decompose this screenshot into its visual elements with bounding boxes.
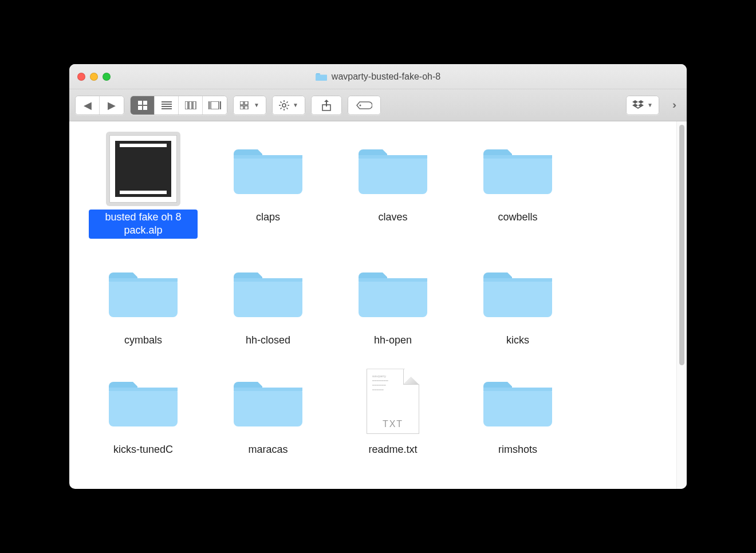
svg-rect-34 [483,155,552,159]
list-view-button[interactable] [155,96,179,114]
file-icon [481,364,555,439]
file-icon [481,132,555,206]
file-icon: wavparty━━━━━━━━━━━━━━━━━━ TXT [356,364,430,439]
svg-rect-2 [138,106,142,110]
share-group [311,96,342,115]
minimize-window-button[interactable] [90,73,98,81]
file-item[interactable]: maracas [208,364,328,457]
file-item[interactable]: hh-open [333,255,453,348]
svg-rect-13 [220,101,221,109]
svg-rect-12 [211,101,219,109]
svg-rect-7 [162,108,172,109]
svg-rect-17 [245,106,248,109]
titlebar: wavparty-busted-fake-oh-8 [69,64,687,89]
file-icon [106,255,180,329]
close-window-button[interactable] [77,73,85,81]
svg-rect-4 [162,101,172,102]
arrange-group: ▼ [233,96,266,115]
arrange-button[interactable]: ▼ [234,96,266,114]
file-item[interactable]: busted fake oh 8 pack.alp [83,132,203,239]
svg-rect-15 [245,101,248,105]
content-area: busted fake oh 8 pack.alp claps claves c… [69,121,687,489]
dropbox-icon [632,100,644,110]
svg-rect-16 [240,106,243,109]
action-group: ▼ [272,96,305,115]
file-label: claps [253,210,284,225]
folder-icon [316,72,327,81]
svg-rect-5 [162,104,172,105]
svg-rect-37 [234,278,302,317]
chevron-double-right-icon: ›› [672,99,674,111]
svg-line-26 [286,101,288,102]
file-icon [356,255,430,329]
svg-rect-6 [162,106,172,107]
share-button[interactable] [312,96,341,114]
window-title-text: wavparty-busted-fake-oh-8 [332,72,440,82]
svg-rect-36 [109,278,178,282]
svg-line-25 [281,108,282,109]
svg-rect-43 [109,388,178,426]
file-item[interactable]: claves [333,132,453,239]
svg-rect-44 [109,388,178,391]
file-icon [231,132,305,206]
vertical-scrollbar[interactable] [676,121,687,489]
file-icon [481,255,555,329]
dropbox-button[interactable]: ▼ [627,96,659,114]
file-item[interactable]: claps [208,132,328,239]
file-label: kicks-tunedC [110,442,176,457]
svg-rect-42 [483,278,552,282]
svg-line-24 [286,108,288,109]
svg-rect-48 [483,388,552,391]
svg-rect-10 [193,101,196,109]
column-view-button[interactable] [179,96,203,114]
finder-window: wavparty-busted-fake-oh-8 ◀ ▶ ▼ [69,64,687,489]
scrollbar-thumb[interactable] [679,125,684,365]
svg-rect-39 [359,278,427,317]
file-label: cowbells [494,210,541,225]
file-label: readme.txt [365,442,420,457]
window-controls [69,73,111,81]
toolbar: ◀ ▶ ▼ ▼ [69,89,687,121]
file-item[interactable]: hh-closed [208,255,328,348]
toolbar-overflow-button[interactable]: ›› [665,99,681,111]
file-label: rimshots [495,442,541,457]
file-item[interactable]: cymbals [83,255,203,348]
tag-group [348,96,381,115]
file-grid-scroll[interactable]: busted fake oh 8 pack.alp claps claves c… [69,121,676,489]
file-label: busted fake oh 8 pack.alp [89,210,198,239]
nav-buttons: ◀ ▶ [75,96,124,115]
chevron-down-icon: ▼ [293,102,298,108]
gallery-view-button[interactable] [203,96,227,114]
file-label: claves [375,210,411,225]
svg-rect-45 [234,388,302,426]
svg-rect-3 [143,106,147,110]
back-button[interactable]: ◀ [76,96,100,114]
svg-rect-31 [359,155,427,194]
tag-icon [356,101,372,110]
svg-rect-29 [234,155,302,194]
action-button[interactable]: ▼ [273,96,305,114]
gear-icon [279,100,289,110]
tag-button[interactable] [348,96,380,114]
svg-point-28 [360,104,361,106]
file-item[interactable]: cowbells [458,132,578,239]
zoom-window-button[interactable] [103,73,111,81]
svg-rect-33 [483,155,552,194]
forward-button[interactable]: ▶ [100,96,124,114]
svg-rect-46 [234,388,302,391]
file-icon [231,255,305,329]
svg-point-18 [282,104,286,107]
chevron-down-icon: ▼ [254,102,259,108]
file-item[interactable]: rimshots [458,364,578,457]
svg-line-23 [281,101,282,102]
svg-rect-41 [483,278,552,317]
view-mode-buttons [130,96,227,115]
file-item[interactable]: wavparty━━━━━━━━━━━━━━━━━━ TXT readme.tx… [333,364,453,457]
icon-view-button[interactable] [131,96,155,114]
svg-rect-40 [359,278,427,282]
file-item[interactable]: kicks-tunedC [83,364,203,457]
file-item[interactable]: kicks [458,255,578,348]
share-icon [322,100,331,111]
window-title: wavparty-busted-fake-oh-8 [69,72,687,82]
dropbox-group: ▼ [626,96,659,115]
